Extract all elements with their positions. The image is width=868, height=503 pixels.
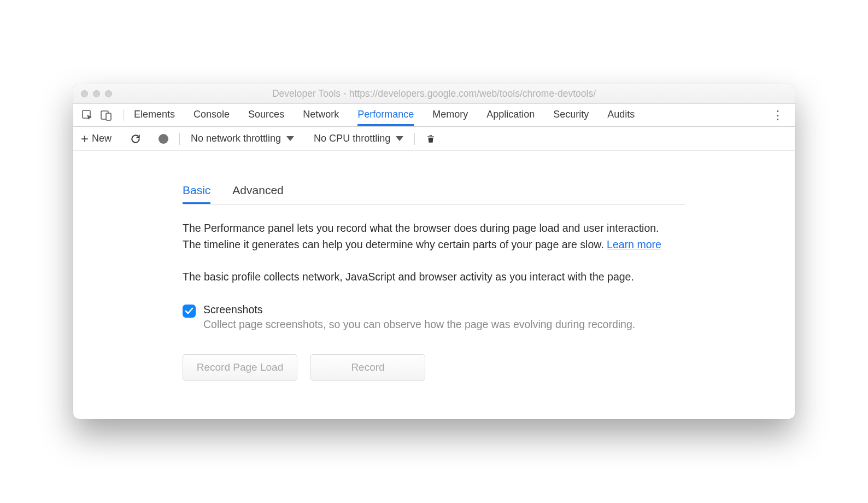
window-titlebar: Developer Tools - https://developers.goo…	[73, 84, 795, 104]
close-window-dot[interactable]	[81, 90, 88, 97]
learn-more-link[interactable]: Learn more	[607, 238, 661, 250]
record-button[interactable]: Record	[310, 354, 425, 381]
tab-memory[interactable]: Memory	[432, 104, 468, 126]
devtools-tabs: ElementsConsoleSourcesNetworkPerformance…	[134, 104, 635, 126]
tab-sources[interactable]: Sources	[248, 104, 284, 126]
tab-console[interactable]: Console	[193, 104, 230, 126]
separator	[124, 109, 124, 121]
check-icon	[185, 307, 193, 315]
record-dot-icon	[159, 134, 168, 144]
chevron-down-icon	[286, 136, 294, 141]
tab-security[interactable]: Security	[553, 104, 589, 126]
record-icon[interactable]	[159, 134, 168, 144]
clear-icon[interactable]	[426, 133, 436, 144]
performance-panel-content: Basic Advanced The Performance panel let…	[73, 151, 795, 419]
more-options-icon[interactable]: ⋮	[769, 108, 787, 122]
basic-description: The basic profile collects network, Java…	[183, 268, 664, 285]
intro-text: The Performance panel lets you record wh…	[183, 222, 659, 250]
cpu-throttle-value: No CPU throttling	[314, 133, 390, 144]
inspect-element-icon[interactable]	[81, 109, 94, 122]
separator	[414, 133, 415, 145]
cpu-throttling-dropdown[interactable]: No CPU throttling	[314, 133, 403, 144]
reload-icon[interactable]	[130, 133, 141, 144]
tab-audits[interactable]: Audits	[607, 104, 635, 126]
tab-basic[interactable]: Basic	[183, 184, 210, 204]
action-buttons: Record Page Load Record	[183, 354, 685, 381]
new-recording-button[interactable]: + New	[81, 132, 112, 145]
device-toolbar-icon[interactable]	[99, 109, 113, 122]
tab-network[interactable]: Network	[303, 104, 339, 126]
screenshots-description: Collect page screenshots, so you can obs…	[203, 316, 635, 332]
tab-elements[interactable]: Elements	[134, 104, 175, 126]
separator	[179, 133, 180, 145]
screenshots-option-row: Screenshots Collect page screenshots, so…	[183, 303, 664, 332]
screenshots-label: Screenshots	[203, 303, 262, 316]
tab-advanced[interactable]: Advanced	[232, 184, 283, 204]
profile-subtabs: Basic Advanced	[183, 184, 685, 204]
network-throttling-dropdown[interactable]: No network throttling	[191, 133, 294, 144]
tab-application[interactable]: Application	[486, 104, 535, 126]
screenshots-checkbox[interactable]	[183, 305, 196, 318]
intro-paragraph: The Performance panel lets you record wh…	[183, 220, 664, 253]
record-page-load-button[interactable]: Record Page Load	[183, 354, 297, 381]
new-label: New	[92, 133, 112, 144]
chevron-down-icon	[396, 136, 403, 141]
network-throttle-value: No network throttling	[191, 133, 281, 144]
devtools-window: Developer Tools - https://developers.goo…	[73, 84, 795, 419]
main-tabbar: ElementsConsoleSourcesNetworkPerformance…	[73, 104, 795, 127]
svg-rect-2	[106, 113, 111, 120]
tab-performance[interactable]: Performance	[357, 104, 414, 126]
minimize-window-dot[interactable]	[93, 90, 100, 97]
traffic-lights	[81, 90, 112, 97]
window-title: Developer Tools - https://developers.goo…	[81, 88, 787, 100]
performance-toolbar: + New No network throttling No CPU throt…	[73, 127, 795, 151]
zoom-window-dot[interactable]	[105, 90, 112, 97]
plus-icon: +	[81, 132, 89, 145]
